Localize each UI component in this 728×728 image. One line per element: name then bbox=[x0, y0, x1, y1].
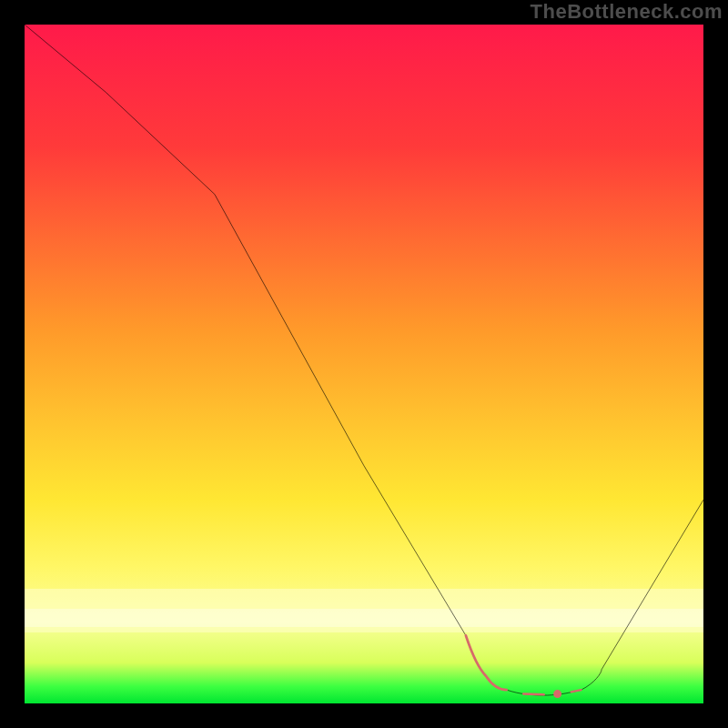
bottleneck-curve bbox=[25, 25, 703, 695]
chart-frame: TheBottleneck.com bbox=[0, 0, 728, 728]
floor-dot-1 bbox=[553, 690, 561, 698]
plot-area bbox=[25, 25, 703, 703]
watermark-text: TheBottleneck.com bbox=[531, 0, 723, 24]
curve-layer bbox=[25, 25, 703, 703]
floor-dash-1 bbox=[523, 694, 543, 695]
floor-segment bbox=[466, 635, 507, 690]
floor-dash-2 bbox=[571, 690, 581, 692]
